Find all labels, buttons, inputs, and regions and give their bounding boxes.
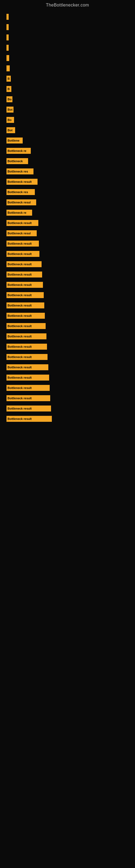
bar-label: Bottleneck result: [6, 344, 47, 350]
bar-row: Bot: [5, 125, 130, 135]
bar-row: [5, 22, 130, 32]
bar-row: B: [5, 84, 130, 94]
bar-label: Bottleneck result: [6, 179, 38, 185]
bar-label: Bottleneck result: [6, 385, 50, 391]
bar-label: Bottleneck res: [6, 189, 35, 195]
bar-row: Bottleneck result: [5, 362, 130, 372]
bar-label: [6, 14, 9, 20]
bar-label: Bottleneck result: [6, 292, 44, 298]
bar-row: Bottleneck result: [5, 393, 130, 403]
bar-row: Bottleneck result: [5, 414, 130, 424]
bar-row: Bottleneck re: [5, 146, 130, 156]
site-title-container: TheBottlenecker.com: [0, 0, 135, 9]
bar-label: Bottleneck result: [6, 405, 51, 411]
bar-row: [5, 42, 130, 53]
bar-label: Bottleneck result: [6, 395, 50, 401]
bar-label: Bottleneck result: [6, 261, 42, 267]
bar-label: Bottleneck result: [6, 375, 49, 380]
bar-row: [5, 53, 130, 63]
bar-row: Bot: [5, 104, 130, 115]
bar-row: Bottleneck result: [5, 239, 130, 249]
bar-label: [6, 34, 9, 40]
bar-label: Bottleneck result: [6, 272, 42, 278]
bar-label: Bottlene: [6, 137, 23, 144]
bar-row: Bottleneck result: [5, 311, 130, 321]
bar-row: Bottleneck result: [5, 259, 130, 269]
bar-label: Bot: [6, 127, 15, 133]
bar-label: Bottleneck result: [6, 364, 48, 370]
bar-label: Bottleneck result: [6, 416, 52, 422]
bar-row: Bo: [5, 115, 130, 125]
bar-label: B: [6, 86, 11, 92]
bar-label: [6, 45, 9, 51]
bar-label: Bottleneck result: [6, 282, 43, 288]
bar-label: Bottleneck: [6, 158, 28, 164]
bar-label: Bo: [6, 96, 12, 102]
bar-label: B: [6, 76, 11, 82]
bar-label: Bottleneck res: [6, 168, 34, 175]
bar-row: B: [5, 73, 130, 84]
bar-label: Bottleneck result: [6, 220, 38, 226]
bar-label: Bottleneck result: [6, 251, 39, 257]
bar-label: Bo: [6, 117, 14, 123]
bar-row: Bottleneck: [5, 156, 130, 166]
bar-row: Bottleneck resul: [5, 197, 130, 208]
bar-row: Bottleneck result: [5, 383, 130, 393]
bar-label: Bottleneck result: [6, 303, 44, 308]
bar-row: Bottleneck result: [5, 218, 130, 228]
bar-row: Bottlene: [5, 135, 130, 146]
bar-label: Bottleneck re: [6, 210, 32, 216]
bar-label: Bot: [6, 106, 13, 113]
bar-label: Bottleneck result: [6, 333, 46, 339]
bar-row: [5, 63, 130, 73]
bar-row: Bottleneck result: [5, 300, 130, 311]
bar-row: Bottleneck result: [5, 372, 130, 383]
bar-label: [6, 24, 9, 30]
bar-row: Bottleneck res: [5, 166, 130, 177]
bar-row: Bottleneck result: [5, 280, 130, 290]
bar-label: Bottleneck result: [6, 313, 45, 319]
bar-label: Bottleneck resul: [6, 230, 37, 236]
bar-label: Bottleneck result: [6, 323, 46, 329]
bar-row: Bottleneck result: [5, 269, 130, 280]
bar-label: [6, 65, 10, 71]
bar-row: [5, 12, 130, 22]
bar-row: Bottleneck result: [5, 341, 130, 352]
bar-row: [5, 32, 130, 42]
bar-row: Bottleneck result: [5, 403, 130, 414]
bar-row: Bottleneck result: [5, 352, 130, 362]
bar-row: Bottleneck result: [5, 177, 130, 187]
bar-row: Bottleneck re: [5, 208, 130, 218]
bar-label: Bottleneck re: [6, 148, 31, 154]
bar-row: Bottleneck result: [5, 249, 130, 259]
bar-label: Bottleneck result: [6, 354, 48, 360]
bar-row: Bottleneck result: [5, 321, 130, 331]
bar-label: Bottleneck result: [6, 241, 39, 247]
bar-row: Bo: [5, 94, 130, 104]
bar-row: Bottleneck res: [5, 187, 130, 197]
chart-area: BBBoBotBoBotBottleneBottleneck reBottlen…: [0, 9, 135, 427]
bar-row: Bottleneck result: [5, 290, 130, 300]
bar-row: Bottleneck result: [5, 331, 130, 341]
bar-label: Bottleneck resul: [6, 199, 36, 205]
bar-row: Bottleneck resul: [5, 228, 130, 239]
site-title: TheBottlenecker.com: [0, 0, 135, 9]
bar-label: [6, 55, 9, 61]
